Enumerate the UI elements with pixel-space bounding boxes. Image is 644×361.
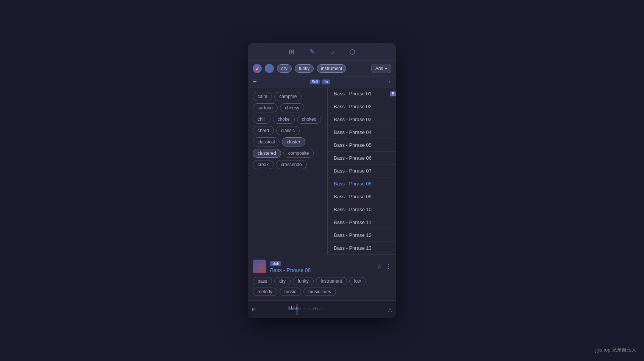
tag-cheesy[interactable]: cheesy — [280, 103, 304, 112]
soli-badge: Soli 1x — [310, 79, 330, 84]
detail-tag-dry[interactable]: dry — [274, 277, 291, 285]
tags-grid: calm campfire cartoon cheesy chill choke… — [253, 92, 323, 169]
add-button[interactable]: Add ▾ — [371, 64, 391, 73]
detail-tag-low[interactable]: low — [349, 277, 366, 285]
waveform-controls-icon[interactable]: ⊟ — [252, 307, 256, 312]
watermark: jijis.top 兄弟自己人 — [596, 347, 636, 353]
tag-cluster[interactable]: cluster — [282, 137, 305, 146]
detail-tag-melody[interactable]: melody — [253, 288, 277, 296]
tag-clustered[interactable]: clustered — [253, 149, 281, 158]
tag-campfire[interactable]: campfire — [274, 92, 302, 101]
tag-chill[interactable]: chill — [253, 115, 270, 124]
detail-actions: ☆ ⋮ — [377, 263, 391, 270]
pencil-icon[interactable]: ✎ — [309, 48, 315, 56]
tag-composite[interactable]: composite — [283, 149, 314, 158]
tags-panel: calm campfire cartoon cheesy chill choke… — [248, 87, 328, 255]
more-icon[interactable]: ⋮ — [385, 263, 391, 270]
circle-icon[interactable]: ○ — [330, 48, 335, 56]
tag-choked[interactable]: choked — [297, 115, 322, 124]
detail-tag-instrument[interactable]: instrument — [316, 277, 347, 285]
avatar-1[interactable]: 🎸 — [253, 64, 262, 73]
filter-tag-dry[interactable]: dry — [277, 64, 292, 73]
toolbar: ⊞ ✎ ○ ⬡ — [248, 43, 396, 61]
avatar-2[interactable]: 🎵 — [265, 64, 274, 73]
main-content: calm campfire cartoon cheesy chill choke… — [248, 87, 396, 255]
list-item-4[interactable]: Bass - Phrase 04 — [328, 126, 396, 139]
star-icon[interactable]: ☆ — [377, 263, 382, 270]
list-item-8[interactable]: Bass - Phrase 08 — [328, 177, 396, 190]
list-item-3[interactable]: Bass - Phrase 03 — [328, 113, 396, 126]
list-item-12[interactable]: Bass - Phrase 12 — [328, 229, 396, 242]
detail-header: 🎵 Soli Bass - Phrase 08 ☆ ⋮ — [253, 260, 391, 273]
tag-classical[interactable]: classical — [253, 137, 280, 146]
tag-creak[interactable]: creak — [253, 160, 274, 169]
plus-button[interactable]: + — [388, 79, 391, 85]
grid-icon[interactable]: ⊞ — [289, 48, 294, 56]
tag-calm[interactable]: calm — [253, 92, 272, 101]
filter-bar: 🎸 🎵 dry funky instrument Add ▾ — [248, 61, 396, 76]
tag-classic[interactable]: classic — [276, 126, 300, 135]
waveform-bar: ⊟ — [248, 300, 396, 318]
minus-button[interactable]: − — [383, 79, 386, 85]
detail-tag-funky[interactable]: funky — [293, 277, 314, 285]
waveform-end-icon[interactable]: △ — [388, 307, 392, 313]
detail-panel: 🎵 Soli Bass - Phrase 08 ☆ ⋮ bass dry fun… — [248, 255, 396, 300]
waveform-visual[interactable] — [259, 304, 385, 315]
tag-chord[interactable]: chord — [253, 126, 274, 135]
list-item-6[interactable]: Bass - Phrase 06 — [328, 152, 396, 165]
box-icon[interactable]: ⬡ — [349, 48, 355, 56]
list-item-11[interactable]: Bass - Phrase 11 — [328, 216, 396, 229]
filter-tag-funky[interactable]: funky — [295, 64, 314, 73]
detail-tag-music-cues[interactable]: music cues — [303, 288, 336, 296]
sub-toolbar-controls: − + — [383, 79, 391, 85]
detail-avatar: 🎵 — [253, 260, 266, 273]
list-item-5[interactable]: Bass - Phrase 05 — [328, 139, 396, 152]
list-item-1[interactable]: Bass - Phrase 01 B — [328, 87, 396, 100]
detail-info: Soli Bass - Phrase 08 — [270, 260, 373, 273]
list-panel: Bass - Phrase 01 B Bass - Phrase 02 Bass… — [328, 87, 396, 255]
detail-tag-bass[interactable]: bass — [253, 277, 272, 285]
list-item-13[interactable]: Bass - Phrase 13 — [328, 242, 396, 255]
detail-title: Bass - Phrase 08 — [270, 267, 373, 273]
app-container: ⊞ ✎ ○ ⬡ 🎸 🎵 dry funky instrument Add ▾ ☰… — [248, 43, 396, 318]
tag-crescendo[interactable]: crescendo — [276, 160, 306, 169]
list-item-7[interactable]: Bass - Phrase 07 — [328, 165, 396, 177]
list-item-2[interactable]: Bass - Phrase 02 — [328, 100, 396, 113]
sub-toolbar: ☰ Soli 1x − + — [248, 76, 396, 87]
sub-toolbar-icon: ☰ — [253, 79, 257, 84]
list-item-10[interactable]: Bass - Phrase 10 — [328, 203, 396, 216]
list-item-9[interactable]: Bass - Phrase 09 — [328, 190, 396, 203]
filter-tag-instrument[interactable]: instrument — [317, 64, 346, 73]
tag-cartoon[interactable]: cartoon — [253, 103, 278, 112]
detail-tags: bass dry funky instrument low melody mus… — [253, 277, 391, 296]
tag-choke[interactable]: choke — [273, 115, 295, 124]
detail-tag-music[interactable]: music — [280, 288, 301, 296]
detail-badge: Soli — [270, 261, 281, 266]
